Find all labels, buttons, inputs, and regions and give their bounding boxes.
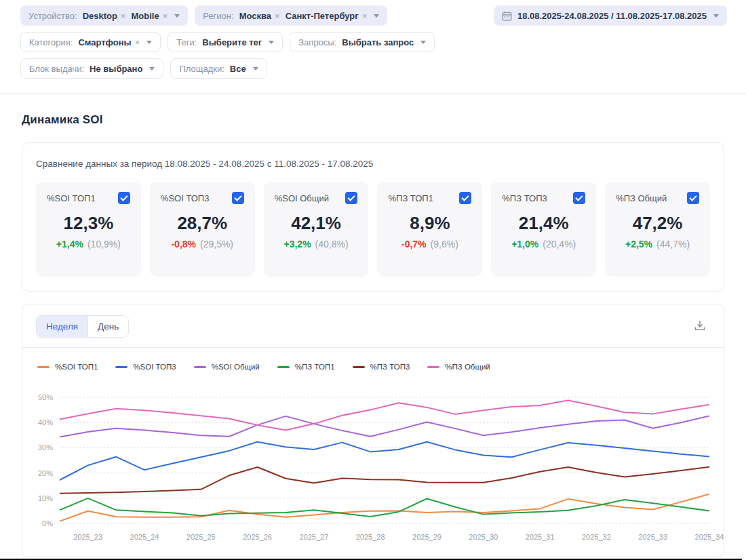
metric-tile-header: %SOI ТОП3 [161,192,244,204]
metric-tile: %SOI ТОП112,3%+1,4%(10,9%) [36,182,141,277]
filter-tag: Санкт-Петербург× [286,11,368,21]
remove-tag-icon[interactable]: × [275,12,280,20]
legend-item-4[interactable]: %ПЗ ТОП3 [353,363,410,371]
filter-chip-category[interactable]: Категория:Смартфоны× [20,32,161,52]
filter-row-3: Блок выдачи:Не выбраноПлощадки:Все [20,58,267,79]
metric-tile-header: %ПЗ ТОП3 [502,192,585,204]
filter-chip-serp-block[interactable]: Блок выдачи:Не выбрано [20,58,163,79]
metric-previous-value: (29,5%) [200,239,233,249]
chevron-down-icon[interactable] [253,67,258,71]
metric-tiles: %SOI ТОП112,3%+1,4%(10,9%)%SOI ТОП328,7%… [36,182,710,277]
chevron-down-icon[interactable] [174,14,180,18]
filter-label: Теги: [176,37,197,47]
chevron-down-icon[interactable] [374,14,379,18]
filter-row-2: Категория:Смартфоны×Теги:Выберите тегЗап… [20,32,435,52]
legend-item-5[interactable]: %ПЗ Общий [427,363,490,371]
metric-delta-row: +1,4%(10,9%) [47,239,130,249]
chart-card-header: НеделяДень [22,304,724,348]
x-axis-label: 2025_32 [582,533,611,541]
series-line-2 [60,416,709,437]
series-line-5 [60,401,709,431]
x-axis-label: 2025_28 [356,533,385,541]
metric-delta-row: -0,8%(29,5%) [161,239,244,249]
filter-chip-queries[interactable]: Запросы:Выбрать запрос [290,32,435,52]
filter-chip-region[interactable]: Регион:Москва×Санкт-Петербург× [195,5,387,26]
remove-tag-icon[interactable]: × [163,12,168,20]
metric-delta: +1,0% [511,239,538,249]
series-line-0 [60,494,709,521]
metric-delta: +2,5% [625,239,652,249]
page-title: Динамика SOI [22,113,103,127]
comparison-subtitle: Сравнение данных за период 18.08.2025 - … [36,159,373,169]
legend-item-0[interactable]: %SOI ТОП1 [37,363,98,371]
remove-tag-icon[interactable]: × [362,12,368,20]
metric-checkbox[interactable] [687,192,699,204]
filter-label: Площадки: [179,64,224,74]
x-axis-label: 2025_29 [412,533,441,541]
calendar-icon [502,11,512,21]
filter-tag: Все [230,64,246,74]
metric-tile: %ПЗ ТОП18,9%-0,7%(9,6%) [377,182,482,277]
filter-bar: Устройство:Desktop×Mobile×Регион:Москва×… [20,5,727,85]
metric-checkbox[interactable] [232,192,244,204]
legend-label: %SOI ТОП3 [133,363,176,371]
legend-label: %ПЗ Общий [445,363,490,371]
filter-chip-platforms[interactable]: Площадки:Все [170,58,267,79]
filter-chip-device[interactable]: Устройство:Desktop×Mobile× [20,5,188,26]
metric-checkbox[interactable] [118,192,130,204]
x-axis-label: 2025_24 [130,533,159,541]
legend-label: %SOI ТОП1 [55,363,98,371]
metric-previous-value: (20,4%) [543,239,576,249]
tab-day[interactable]: День [87,316,128,337]
chevron-down-icon[interactable] [146,41,152,44]
remove-tag-icon[interactable]: × [121,12,126,20]
metric-checkbox[interactable] [459,192,471,204]
y-axis-label: 20% [26,469,53,477]
chevron-down-icon[interactable] [269,41,274,44]
legend-item-2[interactable]: %SOI Общий [194,363,260,371]
chart-plot-area[interactable]: 50%40%30%20%10%0%2025_232025_242025_2520… [60,396,709,525]
metric-value: 21,4% [502,213,585,234]
chart-legend: %SOI ТОП1%SOI ТОП3%SOI Общий%ПЗ ТОП1%ПЗ … [37,363,490,371]
metric-tile-header: %ПЗ ТОП1 [388,192,471,204]
download-button[interactable] [692,318,707,333]
filter-label: Запросы: [298,37,336,47]
x-axis-label: 2025_25 [186,533,216,541]
metric-label: %SOI Общий [275,193,329,203]
filter-tag: Выберите тег [202,37,262,47]
line-chart [60,396,709,526]
metric-checkbox[interactable] [573,192,585,204]
chevron-down-icon[interactable] [713,14,719,18]
filter-label: Блок выдачи: [29,64,84,74]
legend-dash-icon [194,366,206,368]
filter-chip-tags[interactable]: Теги:Выберите тег [168,32,283,52]
filter-tag-value: Не выбрано [90,64,142,74]
metric-tile-header: %SOI Общий [275,192,358,204]
filter-label: Регион: [203,11,233,21]
y-axis-label: 50% [26,393,53,401]
legend-item-3[interactable]: %ПЗ ТОП1 [277,363,335,371]
chevron-down-icon[interactable] [420,41,426,44]
filter-label: Категория: [29,37,73,47]
y-axis-label: 40% [26,418,53,426]
remove-tag-icon[interactable]: × [135,38,140,47]
metric-delta-row: +3,2%(40,8%) [275,239,358,249]
legend-dash-icon [115,366,127,368]
y-axis-label: 0% [26,519,53,527]
metric-checkbox[interactable] [345,192,357,204]
tab-week[interactable]: Неделя [37,316,87,337]
chevron-down-icon[interactable] [149,67,155,71]
x-axis-label: 2025_30 [469,533,498,541]
filter-tag: Не выбрано [90,64,142,74]
metric-label: %ПЗ ТОП1 [388,193,433,203]
metric-label: %SOI ТОП1 [47,193,96,203]
date-range-picker[interactable]: 18.08.2025-24.08.2025 / 11.08.2025-17.08… [494,5,727,26]
x-axis-label: 2025_26 [243,533,272,541]
metric-delta: -0,7% [401,239,427,249]
legend-dash-icon [427,366,439,368]
metric-tile: %ПЗ Общий47,2%+2,5%(44,7%) [605,182,710,277]
metric-delta: +1,4% [56,239,83,249]
legend-item-1[interactable]: %SOI ТОП3 [115,363,176,371]
download-icon [692,318,707,333]
filter-label: Устройство: [28,11,77,21]
